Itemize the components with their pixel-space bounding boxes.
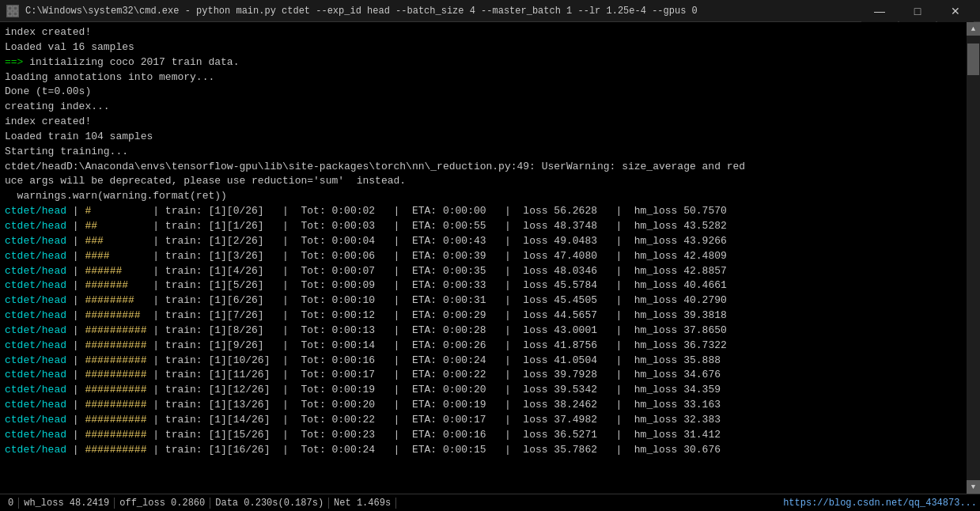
terminal-output[interactable]: index created!Loaded val 16 samples==> i… (0, 22, 967, 494)
svg-rect-2 (8, 12, 12, 16)
scroll-thumb[interactable] (967, 44, 979, 75)
terminal-line: ctdet/headD:\Anaconda\envs\tensorflow-gp… (5, 160, 962, 175)
terminal-line: ctdet/head | ######## | train: [1][6/26]… (5, 293, 962, 308)
svg-rect-1 (13, 6, 17, 10)
status-item-0: 0 (3, 498, 19, 509)
status-item-off: off_loss 0.2860 (115, 498, 210, 509)
terminal-line: Loaded train 104 samples (5, 130, 962, 145)
scrollbar[interactable]: ▲ ▼ (967, 22, 980, 494)
title-bar: C:\Windows\system32\cmd.exe - python mai… (0, 0, 980, 22)
restore-button[interactable]: □ (899, 0, 936, 22)
terminal-line: ctdet/head | ########## | train: [1][10/… (5, 354, 962, 369)
svg-rect-0 (8, 6, 12, 10)
terminal-line: ctdet/head | ########## | train: [1][14/… (5, 413, 962, 428)
scroll-track[interactable] (967, 36, 980, 480)
close-button[interactable]: ✕ (937, 0, 974, 22)
svg-rect-3 (13, 12, 17, 16)
terminal-line: ctdet/head | ########## | train: [1][13/… (5, 398, 962, 413)
terminal-line: ctdet/head | ########## | train: [1][9/2… (5, 339, 962, 354)
status-url: https://blog.csdn.net/qq_434873... (783, 498, 977, 509)
terminal-line: warnings.warn(warning.format(ret)) (5, 189, 962, 204)
status-bar: 0 wh_loss 48.2419 off_loss 0.2860 Data 0… (0, 494, 980, 511)
terminal-line: ctdet/head | # | train: [1][0/26] | Tot:… (5, 204, 962, 219)
minimize-button[interactable]: — (861, 0, 898, 22)
terminal-line: Done (t=0.00s) (5, 85, 962, 100)
window-controls: — □ ✕ (861, 0, 974, 22)
terminal-line: ctdet/head | ### | train: [1][2/26] | To… (5, 234, 962, 249)
terminal-line: ==> initializing coco 2017 train data. (5, 55, 962, 70)
scroll-up-button[interactable]: ▲ (967, 22, 980, 36)
terminal-line: uce args will be deprecated, please use … (5, 174, 962, 189)
terminal-line: index created! (5, 115, 962, 130)
content-area: index created!Loaded val 16 samples==> i… (0, 22, 980, 494)
window-title: C:\Windows\system32\cmd.exe - python mai… (25, 6, 861, 17)
terminal-line: ctdet/head | #### | train: [1][3/26] | T… (5, 249, 962, 264)
status-item-wh: wh_loss 48.2419 (19, 498, 115, 509)
terminal-line: ctdet/head | ########## | train: [1][8/2… (5, 324, 962, 339)
terminal-line: index created! (5, 25, 962, 40)
terminal-line: ctdet/head | ########## | train: [1][11/… (5, 368, 962, 383)
window-icon (6, 5, 19, 17)
terminal-line: Loaded val 16 samples (5, 40, 962, 55)
terminal-line: loading annotations into memory... (5, 70, 962, 85)
terminal-line: creating index... (5, 100, 962, 115)
terminal-line: Starting training... (5, 145, 962, 160)
terminal-line: ctdet/head | ####### | train: [1][5/26] … (5, 278, 962, 293)
terminal-line: ctdet/head | ########## | train: [1][15/… (5, 428, 962, 443)
terminal-line: ctdet/head | ########## | train: [1][12/… (5, 383, 962, 398)
terminal-line: ctdet/head | ## | train: [1][1/26] | Tot… (5, 219, 962, 234)
status-item-net: Net 1.469s (329, 498, 396, 509)
terminal-window: C:\Windows\system32\cmd.exe - python mai… (0, 0, 980, 511)
terminal-line: ctdet/head | ###### | train: [1][4/26] |… (5, 264, 962, 279)
terminal-line: ctdet/head | ######### | train: [1][7/26… (5, 308, 962, 324)
scroll-down-button[interactable]: ▼ (967, 480, 980, 494)
terminal-line: ctdet/head | ########## | train: [1][16/… (5, 443, 962, 458)
status-item-data: Data 0.230s(0.187s) (210, 498, 329, 509)
